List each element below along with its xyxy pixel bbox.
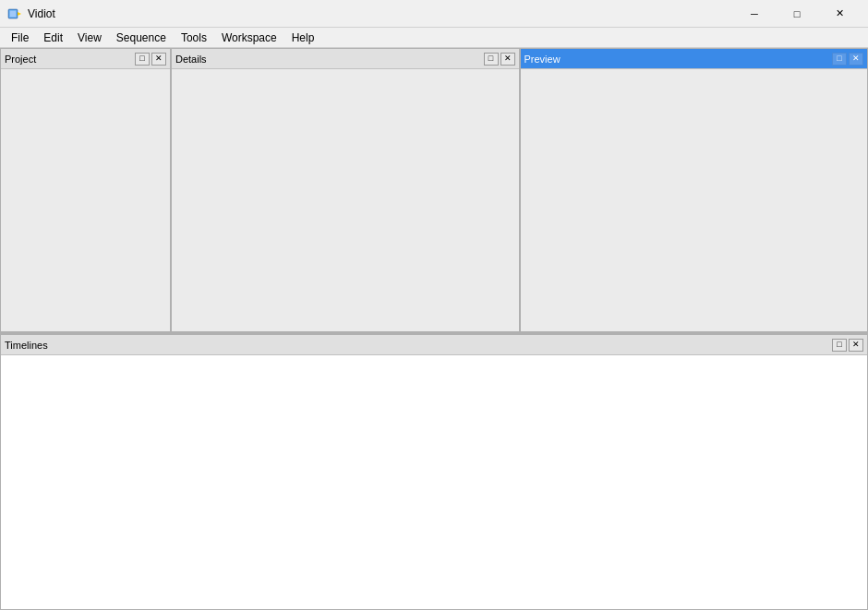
panel-timelines-close-button[interactable]: ✕ bbox=[849, 339, 863, 352]
minimize-button[interactable]: ─ bbox=[733, 0, 776, 28]
panel-preview-maximize-button[interactable]: □ bbox=[832, 53, 847, 66]
maximize-button[interactable]: □ bbox=[776, 0, 818, 28]
app-title: Vidiot bbox=[28, 7, 55, 20]
upper-panels: Project □ ✕ Details □ ✕ Preview bbox=[0, 48, 868, 334]
panel-timelines-maximize-button[interactable]: □ bbox=[832, 339, 847, 352]
panel-project-maximize-button[interactable]: □ bbox=[135, 53, 150, 66]
panel-timelines-controls: □ ✕ bbox=[832, 339, 863, 352]
panel-preview-content bbox=[521, 69, 868, 331]
panel-timelines-content bbox=[1, 355, 867, 609]
panel-timelines: Timelines □ ✕ bbox=[0, 334, 868, 610]
panel-details-maximize-button[interactable]: □ bbox=[484, 53, 499, 66]
title-bar-left: Vidiot bbox=[7, 6, 55, 21]
lower-panels: Timelines □ ✕ bbox=[0, 334, 868, 610]
menu-edit[interactable]: Edit bbox=[36, 28, 70, 47]
panel-project-content bbox=[1, 69, 170, 331]
panel-timelines-header: Timelines □ ✕ bbox=[1, 335, 867, 355]
menu-help[interactable]: Help bbox=[284, 28, 322, 47]
title-bar: Vidiot ─ □ ✕ bbox=[0, 0, 868, 28]
panel-project-title: Project bbox=[5, 54, 36, 65]
panel-project-close-button[interactable]: ✕ bbox=[151, 53, 166, 66]
menu-workspace[interactable]: Workspace bbox=[214, 28, 284, 47]
panel-preview-close-button[interactable]: ✕ bbox=[849, 53, 863, 66]
menu-bar: File Edit View Sequence Tools Workspace … bbox=[0, 28, 868, 48]
svg-rect-3 bbox=[10, 11, 16, 17]
panel-preview-header: Preview □ ✕ bbox=[521, 49, 868, 69]
panel-details-close-button[interactable]: ✕ bbox=[500, 53, 515, 66]
svg-marker-1 bbox=[18, 12, 21, 16]
title-bar-controls: ─ □ ✕ bbox=[733, 0, 861, 28]
panel-preview-title: Preview bbox=[524, 54, 561, 65]
panel-project-header: Project □ ✕ bbox=[1, 49, 170, 69]
panel-details-controls: □ ✕ bbox=[484, 53, 515, 66]
menu-file[interactable]: File bbox=[4, 28, 36, 47]
panel-details-header: Details □ ✕ bbox=[172, 49, 519, 69]
panel-preview: Preview □ ✕ bbox=[520, 48, 869, 332]
menu-sequence[interactable]: Sequence bbox=[109, 28, 174, 47]
menu-tools[interactable]: Tools bbox=[174, 28, 214, 47]
panel-project: Project □ ✕ bbox=[0, 48, 171, 332]
app-icon bbox=[7, 6, 22, 21]
panel-preview-controls: □ ✕ bbox=[832, 53, 863, 66]
close-button[interactable]: ✕ bbox=[818, 0, 861, 28]
panel-details-title: Details bbox=[175, 54, 207, 65]
panel-timelines-title: Timelines bbox=[5, 340, 48, 351]
menu-view[interactable]: View bbox=[70, 28, 109, 47]
panel-details: Details □ ✕ bbox=[171, 48, 520, 332]
panel-details-content bbox=[172, 69, 519, 331]
panel-project-controls: □ ✕ bbox=[135, 53, 166, 66]
main-area: Project □ ✕ Details □ ✕ Preview bbox=[0, 48, 868, 610]
